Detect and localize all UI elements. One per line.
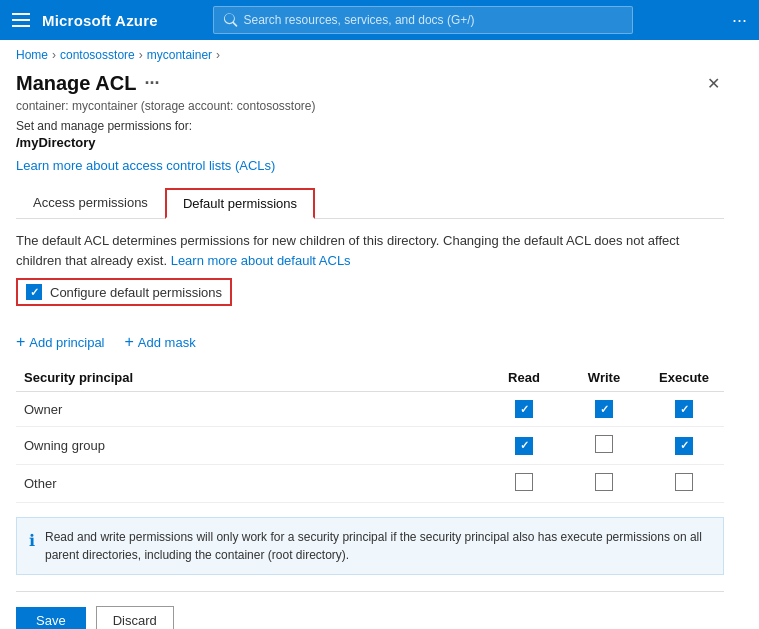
checkbox-read[interactable]	[515, 473, 533, 491]
breadcrumb-store[interactable]: contososstore	[60, 48, 135, 62]
col-write: Write	[564, 364, 644, 392]
add-principal-button[interactable]: + Add principal	[16, 334, 105, 350]
checkbox-execute[interactable]	[675, 400, 693, 418]
info-banner: ℹ Read and write permissions will only w…	[16, 517, 724, 575]
add-mask-button[interactable]: + Add mask	[125, 334, 196, 350]
learn-default-acl-link[interactable]: Learn more about default ACLs	[171, 251, 351, 271]
tab-access-permissions[interactable]: Access permissions	[16, 188, 165, 219]
svg-rect-1	[12, 19, 30, 21]
divider	[16, 591, 724, 592]
table-header-row: Security principal Read Write Execute	[16, 364, 724, 392]
search-icon	[224, 13, 237, 27]
bottom-buttons: Save Discard	[16, 606, 724, 629]
plus-icon: +	[16, 334, 25, 350]
cell-execute	[644, 392, 724, 427]
col-read: Read	[484, 364, 564, 392]
cell-execute	[644, 465, 724, 503]
col-execute: Execute	[644, 364, 724, 392]
top-navigation: Microsoft Azure ···	[0, 0, 759, 40]
configure-default-label[interactable]: Configure default permissions	[16, 278, 232, 306]
table-row: Owner	[16, 392, 724, 427]
checkbox-write[interactable]	[595, 473, 613, 491]
breadcrumb: Home › contososstore › mycontainer ›	[0, 40, 759, 70]
manage-acl-panel: Manage ACL ··· ✕ container: mycontainer …	[0, 70, 740, 629]
checkbox-write[interactable]	[595, 435, 613, 453]
svg-rect-0	[12, 13, 30, 15]
tab-bar: Access permissions Default permissions	[16, 187, 724, 219]
cell-write	[564, 427, 644, 465]
discard-button[interactable]: Discard	[96, 606, 174, 629]
svg-rect-2	[12, 25, 30, 27]
permissions-table: Security principal Read Write Execute Ow…	[16, 364, 724, 503]
cell-write	[564, 392, 644, 427]
default-description: The default ACL determines permissions f…	[16, 231, 724, 270]
checkbox-read[interactable]	[515, 437, 533, 455]
info-icon: ℹ	[29, 529, 35, 553]
table-row: Other	[16, 465, 724, 503]
panel-more-icon[interactable]: ···	[144, 73, 159, 94]
panel-header: Manage ACL ··· ✕	[16, 70, 724, 97]
panel-desc: Set and manage permissions for:	[16, 119, 724, 133]
save-button[interactable]: Save	[16, 607, 86, 629]
table-row: Owning group	[16, 427, 724, 465]
cell-read	[484, 392, 564, 427]
plus-icon-2: +	[125, 334, 134, 350]
tab-default-permissions[interactable]: Default permissions	[165, 188, 315, 219]
panel-title: Manage ACL ···	[16, 72, 159, 95]
breadcrumb-home[interactable]: Home	[16, 48, 48, 62]
checkbox-read[interactable]	[515, 400, 533, 418]
panel-subtitle: container: mycontainer (storage account:…	[16, 99, 724, 113]
panel-path: /myDirectory	[16, 135, 724, 150]
cell-execute	[644, 427, 724, 465]
learn-acl-link[interactable]: Learn more about access control lists (A…	[16, 158, 275, 173]
cell-principal: Other	[16, 465, 484, 503]
action-buttons: + Add principal + Add mask	[16, 334, 724, 350]
col-principal: Security principal	[16, 364, 484, 392]
cell-principal: Owning group	[16, 427, 484, 465]
search-bar[interactable]	[213, 6, 633, 34]
cell-read	[484, 465, 564, 503]
cell-principal: Owner	[16, 392, 484, 427]
more-options-icon[interactable]: ···	[732, 10, 747, 31]
checkbox-execute[interactable]	[675, 473, 693, 491]
hamburger-menu[interactable]	[12, 13, 30, 27]
configure-checkbox-wrapper: Configure default permissions	[16, 278, 724, 320]
checkbox-write[interactable]	[595, 400, 613, 418]
search-input[interactable]	[244, 13, 623, 27]
breadcrumb-container[interactable]: mycontainer	[147, 48, 212, 62]
close-icon[interactable]: ✕	[703, 70, 724, 97]
checkbox-execute[interactable]	[675, 437, 693, 455]
app-title: Microsoft Azure	[42, 12, 158, 29]
cell-read	[484, 427, 564, 465]
configure-checkbox[interactable]	[26, 284, 42, 300]
cell-write	[564, 465, 644, 503]
